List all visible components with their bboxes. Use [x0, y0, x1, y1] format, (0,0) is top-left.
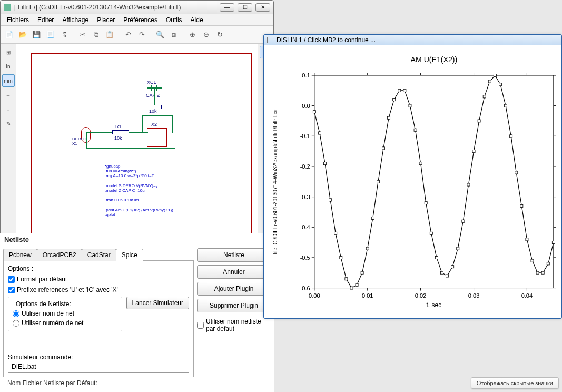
cb-format-row[interactable]: Format par défaut	[8, 276, 189, 283]
redo-icon[interactable]: ↷	[135, 28, 148, 41]
find-icon[interactable]: 🔍	[154, 28, 166, 41]
wire	[129, 132, 148, 133]
maximize-button[interactable]: ☐	[238, 3, 252, 12]
snap-v-icon[interactable]: ↕	[2, 103, 15, 115]
zoom-out-icon[interactable]: ⊖	[200, 28, 212, 41]
menu-fichiers[interactable]: Fichiers	[3, 15, 33, 25]
svg-rect-78	[499, 83, 501, 86]
netlist-dialog: Netliste Pcbnew OrcadPCB2 CadStar Spice …	[0, 233, 274, 392]
cap-plate	[156, 85, 157, 91]
run-simulator-button[interactable]: Lancer Simulateur	[126, 297, 189, 309]
svg-rect-81	[515, 171, 518, 174]
r1-ref: R1	[115, 124, 122, 129]
cb-prefix-row[interactable]: Prefixe references 'U' et 'IC' avec 'X'	[8, 286, 189, 293]
app-icon	[4, 4, 11, 11]
svg-rect-71	[462, 220, 465, 223]
menu-affichage[interactable]: Affichage	[58, 15, 93, 25]
menu-aide[interactable]: Aide	[186, 15, 208, 25]
toolbar-separator	[183, 30, 183, 40]
svg-rect-65	[430, 232, 432, 235]
cb-default-netlist[interactable]	[197, 322, 204, 329]
svg-rect-80	[510, 135, 512, 138]
editor-titlebar[interactable]: [ FiltrT /] (G:\DIELr-v0.601-20130714-Wi…	[1, 1, 273, 14]
svg-rect-51	[356, 284, 358, 287]
r1-symbol	[112, 130, 129, 134]
svg-text:file: G:\DIELr-v0.601-20130714: file: G:\DIELr-v0.601-20130714-Win32\exa…	[272, 109, 278, 255]
zoom-in-icon[interactable]: ⊕	[186, 28, 199, 41]
cb-default-netlist-row[interactable]: Utiliser nom netliste par defaut	[197, 318, 271, 332]
print-icon[interactable]: 🖨	[57, 28, 70, 41]
minimize-button[interactable]: —	[220, 3, 234, 12]
plot-titlebar[interactable]: DISLIN 1 / Click MB2 to continue ...	[264, 35, 561, 45]
tab-pcbnew[interactable]: Pcbnew	[3, 249, 37, 261]
open-icon[interactable]: 📂	[16, 28, 29, 41]
netlist-tabs: Pcbnew OrcadPCB2 CadStar Spice	[3, 248, 194, 261]
snap-h-icon[interactable]: ↔	[2, 89, 15, 101]
svg-text:-0.3: -0.3	[300, 194, 310, 200]
netlist-cancel-button[interactable]: Annuler	[197, 265, 271, 279]
svg-text:t, sec: t, sec	[426, 301, 441, 309]
r1-val: 10k	[114, 135, 122, 141]
svg-text:-0.6: -0.6	[300, 285, 310, 291]
plot-window: DISLIN 1 / Click MB2 to continue ... AM …	[263, 34, 562, 319]
tab-orcad[interactable]: OrcadPCB2	[37, 249, 82, 261]
radio-netnum[interactable]	[13, 320, 19, 327]
resistor-symbol	[147, 105, 162, 109]
netlist-buttons-col: Netliste Annuler Ajouter Plugin Supprime…	[197, 248, 271, 389]
tray-tooltip[interactable]: Отображать скрытые значки	[471, 377, 559, 389]
paste-icon[interactable]: 📋	[103, 28, 116, 41]
svg-rect-69	[451, 266, 454, 268]
unit-mm-button[interactable]: mm	[2, 74, 15, 87]
netlist-generate-button[interactable]: Netliste	[197, 248, 271, 262]
netlist-add-plugin-button[interactable]: Ajouter Plugin	[197, 282, 271, 296]
plot-app-icon	[267, 37, 273, 43]
plot-area[interactable]: AM U(E1(X2))file: G:\DIELr-v0.601-201307…	[264, 45, 561, 318]
cap-plate	[151, 85, 152, 91]
lib-icon[interactable]: ⧈	[167, 28, 180, 41]
netlist-del-plugin-button[interactable]: Supprimer Plugin	[197, 299, 271, 312]
cb-format-label: Format par défaut	[17, 276, 67, 283]
cb-format[interactable]	[8, 276, 15, 283]
radio-name-row[interactable]: Utiliser nom de net	[13, 310, 117, 317]
svg-text:0.04: 0.04	[521, 292, 533, 299]
pencil-icon[interactable]: ✎	[2, 117, 15, 130]
svg-rect-55	[377, 181, 379, 183]
main-toolbar: 📄 📂 💾 📃 🖨 ✂ ⧉ 📋 ↶ ↷ 🔍 ⧈ ⊕ ⊖ ↻	[1, 26, 273, 44]
svg-rect-67	[440, 272, 443, 275]
svg-text:AM U(E1(X2)): AM U(E1(X2))	[411, 55, 458, 64]
netlist-footer: Nom Fichier Netliste par Défaut:	[3, 377, 194, 389]
sim-cmd-input[interactable]	[8, 361, 189, 373]
svg-rect-86	[541, 272, 544, 275]
tab-cadstar[interactable]: CadStar	[82, 249, 116, 261]
svg-rect-76	[488, 80, 491, 83]
cut-icon[interactable]: ✂	[76, 28, 88, 41]
refresh-icon[interactable]: ↻	[213, 28, 226, 41]
wire	[172, 115, 173, 133]
netlist-panel: Options : Format par défaut Prefixe refe…	[3, 261, 194, 377]
grid-icon[interactable]: ⊞	[2, 46, 15, 58]
wire	[142, 115, 173, 116]
svg-text:0.00: 0.00	[309, 292, 320, 299]
tab-spice[interactable]: Spice	[116, 249, 143, 261]
page-setup-icon[interactable]: 📃	[44, 28, 56, 41]
copy-icon[interactable]: ⧉	[90, 28, 102, 41]
save-icon[interactable]: 💾	[30, 28, 43, 41]
new-icon[interactable]: 📄	[3, 28, 15, 41]
unit-in-button[interactable]: In	[2, 60, 15, 73]
undo-icon[interactable]: ↶	[122, 28, 134, 41]
menu-placer[interactable]: Placer	[93, 15, 119, 25]
svg-text:0.03: 0.03	[468, 292, 480, 299]
close-button[interactable]: ✕	[255, 3, 270, 12]
menu-editer[interactable]: Editer	[33, 15, 58, 25]
spice-annotations: *gnucap .fun y=A*sin(w*t) .arg A=10.0 w=…	[105, 164, 173, 217]
menu-outils[interactable]: Outils	[162, 15, 186, 25]
svg-text:-0.2: -0.2	[300, 163, 310, 170]
radio-netname[interactable]	[13, 310, 19, 317]
menu-preferences[interactable]: Préférences	[119, 15, 162, 25]
svg-rect-87	[547, 262, 549, 265]
cb-prefix[interactable]	[8, 287, 15, 293]
radio-num-row[interactable]: Utiliser numéro de net	[13, 319, 117, 327]
netlist-dialog-title: Netliste	[0, 233, 274, 246]
svg-rect-46	[329, 199, 332, 201]
svg-text:-0.4: -0.4	[300, 224, 310, 231]
